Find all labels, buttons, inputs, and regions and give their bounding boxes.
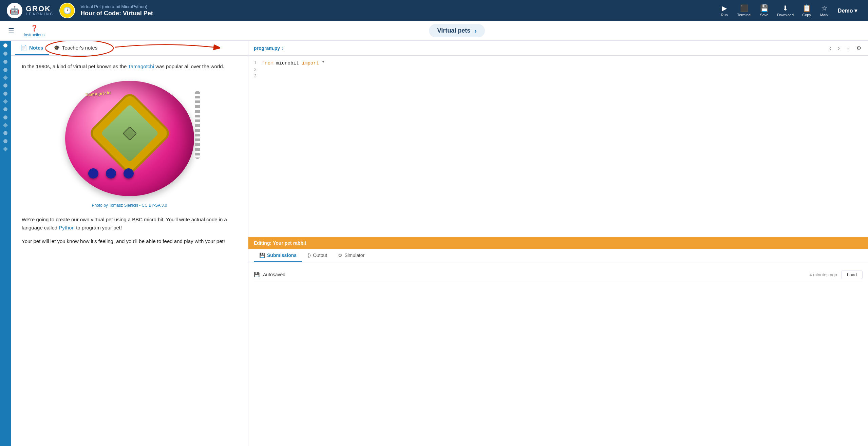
image-container: Tamagotchi Photo by Tomasz Sienicki - CC… xyxy=(22,77,237,209)
nav-forward-button[interactable]: › xyxy=(836,44,841,53)
load-button[interactable]: Load xyxy=(841,271,863,279)
tamagotchi-illustration: Tamagotchi xyxy=(58,77,201,200)
file-breadcrumb: program.py › xyxy=(254,45,284,51)
sidebar xyxy=(0,41,11,446)
main-layout: 📄 Notes 🎓 Teacher's notes xyxy=(0,41,868,446)
notes-icon: 📄 xyxy=(20,44,27,51)
download-icon: ⬇ xyxy=(782,4,788,12)
screen-frame-outer xyxy=(90,94,169,173)
tamagotchi-text: Tamagotchi xyxy=(85,89,111,98)
nav-back-button[interactable]: ‹ xyxy=(828,44,832,53)
badge-icon: 🕐 xyxy=(59,3,75,18)
question-icon: ❓ xyxy=(31,24,38,32)
sidebar-item-2[interactable] xyxy=(3,52,7,56)
tab-submissions[interactable]: 💾 Submissions xyxy=(254,249,302,262)
sidebar-item-3[interactable] xyxy=(3,60,7,64)
python-link[interactable]: Python xyxy=(59,225,75,230)
para2: We're going to create our own virtual pe… xyxy=(22,216,237,232)
sidebar-item-13[interactable] xyxy=(3,139,7,143)
right-panel: program.py › ‹ › + ⚙ 1 from microbit imp… xyxy=(248,41,868,446)
logo-grok: GROK xyxy=(26,5,54,13)
screen-creature xyxy=(122,126,137,140)
tab-simulator[interactable]: ⚙ Simulator xyxy=(333,249,370,262)
autosaved-left: 💾 Autosaved xyxy=(254,272,285,277)
mark-button[interactable]: ☆ Mark xyxy=(816,2,832,19)
code-editor[interactable]: 1 from microbit import * 2 3 xyxy=(248,56,868,237)
photo-credit: Photo by Tomasz Sienicki - CC BY-SA 3.0 xyxy=(92,202,167,209)
button-center xyxy=(106,168,116,179)
sidebar-item-9[interactable] xyxy=(3,107,7,111)
sidebar-item-10[interactable] xyxy=(3,115,7,119)
hamburger-button[interactable]: ☰ xyxy=(5,25,17,36)
panel-content: In the 1990s, a kind of virtual pet know… xyxy=(11,56,248,446)
line-number-1: 1 xyxy=(248,60,262,66)
save-button[interactable]: 💾 Save xyxy=(756,2,772,19)
instructions-button[interactable]: ❓ Instructions xyxy=(21,23,47,39)
top-navigation: 🤖 GROK LEARNING 🕐 Virtual Pet (micro:bit… xyxy=(0,0,868,21)
settings-button[interactable]: ⚙ xyxy=(855,43,863,53)
annotation-container: 🎓 Teacher's notes xyxy=(49,42,102,54)
para3: Your pet will let you know how it's feel… xyxy=(22,237,237,245)
sidebar-item-12[interactable] xyxy=(3,131,7,135)
logo-text: GROK LEARNING xyxy=(26,5,54,16)
keyword-from: from xyxy=(262,60,273,66)
sidebar-item-5[interactable] xyxy=(3,75,8,80)
time-ago: 4 minutes ago xyxy=(809,272,837,277)
run-button[interactable]: ▶ Run xyxy=(716,2,733,19)
lesson-navigation: Virtual pets › xyxy=(51,24,863,37)
course-subtitle: Virtual Pet (micro:bit MicroPython) xyxy=(80,4,153,9)
arrow-annotation xyxy=(112,41,220,56)
tabs-bar: 📄 Notes 🎓 Teacher's notes xyxy=(11,41,248,56)
tamagotchi-link[interactable]: Tamagotchi xyxy=(128,63,154,69)
nav-right: ▶ Run ⬛ Terminal 💾 Save ⬇ Download 📋 Cop… xyxy=(716,2,861,19)
nav-left: 🤖 GROK LEARNING 🕐 Virtual Pet (micro:bit… xyxy=(7,3,153,18)
second-toolbar: ☰ ❓ Instructions Virtual pets › xyxy=(0,21,868,41)
add-file-button[interactable]: + xyxy=(845,44,851,53)
left-panel: 📄 Notes 🎓 Teacher's notes xyxy=(11,41,248,446)
buttons-row xyxy=(88,168,134,179)
editing-bar: Editing: Your pet rabbit xyxy=(248,237,868,249)
demo-button[interactable]: Demo ▾ xyxy=(834,5,861,16)
line-number-2: 2 xyxy=(248,67,262,72)
logo-area: 🤖 GROK LEARNING xyxy=(7,3,54,18)
import-star: * xyxy=(322,60,324,66)
sidebar-item-4[interactable] xyxy=(3,68,7,72)
sidebar-item-7[interactable] xyxy=(3,92,7,96)
button-left xyxy=(88,168,98,179)
editor-controls: ‹ › + ⚙ xyxy=(828,43,863,53)
tab-notes[interactable]: 📄 Notes xyxy=(15,41,49,55)
breadcrumb-arrow: › xyxy=(282,45,284,51)
sidebar-item-1[interactable] xyxy=(3,43,7,48)
output-icon: ⟨⟩ xyxy=(307,253,311,258)
tab-teachers-notes[interactable]: 🎓 Teacher's notes xyxy=(49,42,102,54)
autosaved-icon: 💾 xyxy=(254,272,260,277)
sidebar-item-8[interactable] xyxy=(3,99,8,104)
copy-button[interactable]: 📋 Copy xyxy=(798,2,815,19)
intro-paragraph: In the 1990s, a kind of virtual pet know… xyxy=(22,62,237,71)
lesson-next-button[interactable]: › xyxy=(474,27,477,35)
logo-icon: 🤖 xyxy=(7,3,22,18)
course-info: Virtual Pet (micro:bit MicroPython) Hour… xyxy=(80,4,153,17)
run-icon: ▶ xyxy=(722,4,727,12)
code-line-2: 2 xyxy=(248,67,868,73)
keyword-import: import xyxy=(302,60,319,66)
tab-output[interactable]: ⟨⟩ Output xyxy=(302,249,333,262)
sidebar-item-11[interactable] xyxy=(3,123,8,128)
module-name: microbit xyxy=(276,60,302,66)
logo-learning: LEARNING xyxy=(26,13,54,16)
lesson-title: Virtual pets xyxy=(437,27,470,34)
course-title: Hour of Code: Virtual Pet xyxy=(80,10,153,17)
copy-icon: 📋 xyxy=(803,4,811,12)
submissions-area: 💾 Autosaved 4 minutes ago Load xyxy=(248,262,868,446)
button-right xyxy=(124,168,134,179)
simulator-icon: ⚙ xyxy=(338,253,342,258)
download-button[interactable]: ⬇ Download xyxy=(774,2,797,19)
sidebar-item-6[interactable] xyxy=(3,83,7,88)
terminal-button[interactable]: ⬛ Terminal xyxy=(734,2,755,19)
submissions-icon: 💾 xyxy=(259,253,265,258)
lesson-title-pill: Virtual pets › xyxy=(429,24,485,37)
chain xyxy=(195,91,200,159)
editor-header: program.py › ‹ › + ⚙ xyxy=(248,41,868,56)
file-name: program.py xyxy=(254,45,280,51)
sidebar-item-14[interactable] xyxy=(3,147,8,151)
